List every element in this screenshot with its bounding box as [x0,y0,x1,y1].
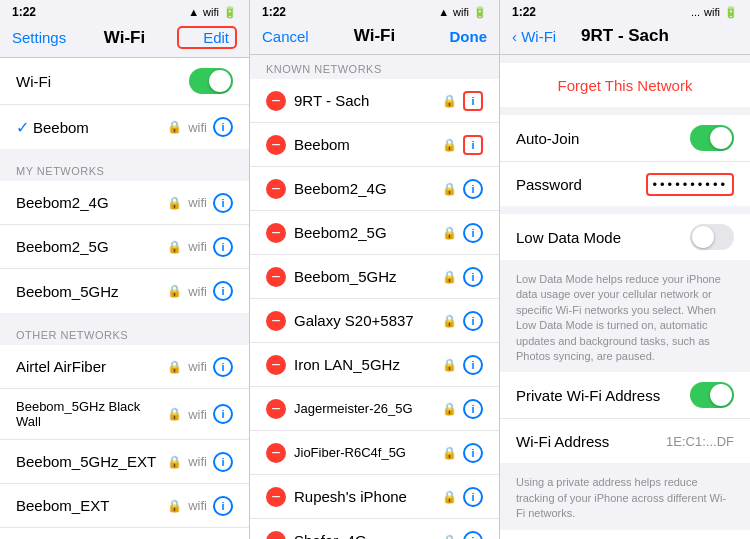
private-wifi-toggle[interactable] [690,382,734,408]
wifi-title-2: Wi-Fi [354,26,395,46]
remove-button[interactable] [266,91,286,111]
edit-button[interactable]: Edit [177,26,237,49]
list-item[interactable]: Galaxy S20+5837 🔒 i [250,299,499,343]
remove-button[interactable] [266,487,286,507]
info-button[interactable]: i [463,355,483,375]
info-button[interactable]: i [213,281,233,301]
lock-icon: 🔒 [442,402,457,416]
list-item[interactable]: Beebom_EXT 🔒 wifi i [0,484,249,528]
low-data-toggle[interactable] [690,224,734,250]
lock-icon: 🔒 [442,490,457,504]
settings-back-button[interactable]: Settings [12,29,72,46]
network-label: Beebom_5GHz_EXT [16,453,167,470]
remove-button[interactable] [266,179,286,199]
remove-button[interactable] [266,443,286,463]
info-button[interactable]: i [463,267,483,287]
list-item[interactable]: Beebom_5GHz_EXT 🔒 wifi i [0,440,249,484]
autojoin-row[interactable]: Auto-Join [500,115,750,162]
lock-icon: 🔒 [167,499,182,513]
info-button[interactable]: i [463,531,483,540]
list-item[interactable]: Beebom2_4G 🔒 wifi i [0,181,249,225]
info-button[interactable]: i [463,443,483,463]
info-button[interactable]: i [463,311,483,331]
wifi-toggle-group: Wi-Fi ✓ Beebom 🔒 wifi i [0,58,249,149]
info-button[interactable]: i [213,193,233,213]
info-button[interactable]: i [213,357,233,377]
list-item[interactable]: Beebom2_4G 🔒 i [250,167,499,211]
list-item[interactable]: 9RT - Sach 🔒 i [250,79,499,123]
wifi-status-icon: wifi [203,6,219,18]
network-icons: 🔒 wifi i [167,452,233,472]
network-icons: 🔒 wifi i [167,193,233,213]
limit-ip-group: Limit IP Address Tracking [500,530,750,539]
network-icons: 🔒 i [442,443,483,463]
info-button[interactable]: i [463,223,483,243]
lock-icon: 🔒 [167,284,182,298]
info-button-beebom[interactable]: i [213,117,233,137]
info-button[interactable]: i [213,496,233,516]
my-networks-header: MY NETWORKS [0,157,249,181]
other-networks-group: Airtel AirFiber 🔒 wifi i Beebom_5GHz Bla… [0,345,249,539]
list-item[interactable]: Beebom_5GHz 🔒 wifi i [0,269,249,313]
remove-button[interactable] [266,135,286,155]
info-button[interactable]: i [463,487,483,507]
nav-bar-3: ‹ Wi-Fi 9RT - Sach [500,22,750,55]
info-button[interactable]: i [213,452,233,472]
private-wifi-row[interactable]: Private Wi-Fi Address [500,372,750,419]
signal-icon: ▲ [188,6,199,18]
wifi-toggle[interactable] [189,68,233,94]
network-label: Beebom2_4G [294,180,442,197]
list-item[interactable]: Beebom 🔒 i [250,123,499,167]
time-1: 1:22 [12,5,36,19]
battery-icon: 🔋 [724,6,738,19]
beebom-icons: 🔒 wifi i [167,117,233,137]
network-label: JioFiber-R6C4f_5G [294,445,442,460]
done-button[interactable]: Done [427,28,487,45]
password-row[interactable]: Password •••••••••• [500,162,750,206]
remove-button[interactable] [266,311,286,331]
list-item[interactable]: Shefer_4G 🔒 i [250,519,499,539]
lock-icon: 🔒 [167,407,182,421]
remove-button[interactable] [266,355,286,375]
network-icons: 🔒 i [442,531,483,540]
wifi-icon: wifi [188,195,207,210]
network-label: Iron LAN_5GHz [294,356,442,373]
network-label: Beebom_EXT [16,497,167,514]
remove-button[interactable] [266,267,286,287]
info-button[interactable]: i [213,237,233,257]
forget-network-button[interactable]: Forget This Network [500,63,750,107]
autojoin-toggle[interactable] [690,125,734,151]
remove-button[interactable] [266,399,286,419]
info-button[interactable]: i [463,179,483,199]
list-item[interactable]: HEIFER CONFERENCE 🔒 wifi i [0,528,249,539]
info-button-9rt[interactable]: i [463,91,483,111]
list-item[interactable]: Airtel AirFiber 🔒 wifi i [0,345,249,389]
info-button[interactable]: i [463,399,483,419]
wifi-icon: wifi [188,120,207,135]
password-value[interactable]: •••••••••• [646,173,734,196]
list-item[interactable]: Beebom2_5G 🔒 wifi i [0,225,249,269]
list-item[interactable]: Beebom_5GHz Black Wall 🔒 wifi i [0,389,249,440]
list-item[interactable]: JioFiber-R6C4f_5G 🔒 i [250,431,499,475]
info-button[interactable]: i [213,404,233,424]
list-item[interactable]: Iron LAN_5GHz 🔒 i [250,343,499,387]
list-item[interactable]: Beebom2_5G 🔒 i [250,211,499,255]
remove-button[interactable] [266,223,286,243]
chevron-left-icon: ‹ [512,28,517,45]
lock-icon: 🔒 [442,226,457,240]
list-item[interactable]: Beebom_5GHz 🔒 i [250,255,499,299]
list-item[interactable]: Rupesh's iPhone 🔒 i [250,475,499,519]
wifi-back-button[interactable]: ‹ Wi-Fi [512,28,572,45]
cancel-button[interactable]: Cancel [262,28,322,45]
lock-icon: 🔒 [442,182,457,196]
beebom-current-row[interactable]: ✓ Beebom 🔒 wifi i [0,105,249,149]
low-data-row[interactable]: Low Data Mode [500,214,750,260]
network-label: Beebom [294,136,442,153]
wifi-status-icon: wifi [453,6,469,18]
list-item[interactable]: Jagermeister-26_5G 🔒 i [250,387,499,431]
limit-ip-row[interactable]: Limit IP Address Tracking [500,530,750,539]
remove-button[interactable] [266,531,286,540]
info-button-beebom2[interactable]: i [463,135,483,155]
wifi-toggle-row[interactable]: Wi-Fi [0,58,249,105]
signal-icon: ... [691,6,700,18]
